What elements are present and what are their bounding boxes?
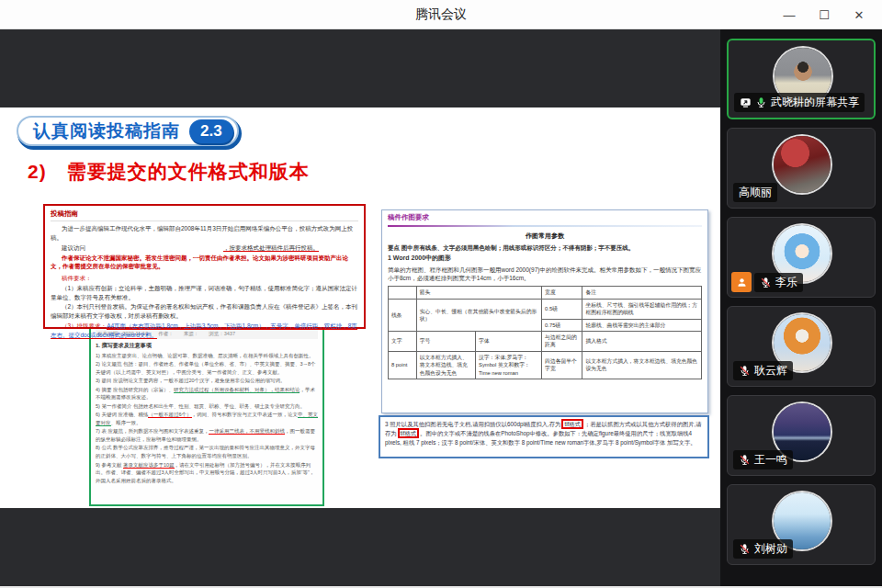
guide-text: 建议访问	[62, 244, 85, 251]
participant-label: 刘树勋	[733, 539, 793, 559]
participant-label: 耿云辉	[733, 361, 793, 380]
table-cell: 以文本框方式插入，将文本框边线、填充色颜色设为无色	[582, 351, 702, 379]
table-row: 文字 字号 字体 与边框之间的距离 插入格式	[389, 331, 702, 351]
figure-section-1: 1 Word 2000中的图形	[388, 254, 702, 263]
participant-tile[interactable]: 耿云辉	[727, 306, 876, 387]
notes-item: 5) 第一作者简介 包括姓名和出生年、性别、籍贯、职称、学位、职务、硕士及专业研…	[96, 402, 318, 411]
notes-item: 6) 关键词 应准确、精练（一般不超过6个），词间、符号和数字应与正文中表述一致…	[96, 411, 318, 426]
window-title: 腾讯会议	[415, 6, 467, 23]
participant-label: 李乐	[731, 272, 803, 292]
divider	[388, 225, 702, 227]
tif-format-highlight: tif格式	[398, 428, 420, 438]
figure-requirements-doc: 稿件作图要求 作图常用参数 要点 图中所有线条、文字必须用黑色绘制；用线形或标识…	[381, 209, 708, 413]
table-cell: 与边框之间的距离	[542, 331, 582, 351]
notes-text-segment: 5) 第一作者简介 包括姓名和出生年、性别、籍贯、职称、学位、职务、硕士及专业研…	[96, 403, 305, 409]
slide-section-badge: 2.3	[189, 119, 233, 143]
mic-on-icon	[755, 96, 767, 108]
figure-doc-title: 稿件作图要求	[388, 213, 702, 225]
notes-text-segment: 4) 摘要 应包括研究目的（宗旨）、	[96, 387, 174, 392]
guide-text: ，按要求格式处理稿件后再行投稿。	[223, 244, 319, 252]
mic-muted-icon	[739, 365, 751, 377]
notes-text-segment: 6) 关键词 应准确、精练	[96, 412, 148, 417]
mic-muted-icon	[739, 543, 751, 555]
table-cell: 宽度	[542, 287, 582, 299]
table-cell: 字体	[476, 331, 542, 351]
table-cell: 线条	[389, 299, 417, 331]
figure-params-table: 箭头 宽度 备注 线条 实心、中长、慢粗（在其他箭头中改变箭头后的形状） 0.5…	[388, 286, 702, 379]
notes-item: 2) 论文规范 包括：题目、作者姓名、作者单位（单位全称、省、市）、中英文摘要、…	[96, 360, 318, 376]
guide-paragraph: 建议访问，按要求格式处理稿件后再行投稿。	[51, 243, 358, 253]
close-button[interactable]: ✕	[842, 0, 876, 29]
table-cell: 四边各留半个字宽	[542, 351, 582, 379]
participant-tile[interactable]: 王一鸣	[727, 395, 876, 476]
notes-items: 1) 来稿应主题突出、论点明确、论据可靠、数据准确、层次清晰，在相关学科领域上具…	[96, 352, 318, 484]
avatar	[774, 136, 831, 193]
figure-params-subtitle: 作图常用参数	[388, 232, 702, 241]
notes-text-segment: 、顺序一致。	[111, 420, 141, 425]
notes-text-segment: 2) 论文规范 包括：题目、作者姓名、作者单位（单位全称、省、市）、中英文摘要、…	[96, 361, 316, 375]
guide-confidentiality-note: 作者保证论文不泄漏国家秘密。若发生泄密问题，一切责任由作者承担。论文如果为涉密科…	[51, 254, 358, 272]
notes-item: 1) 来稿应主题突出、论点明确、论据可靠、数据准确、层次清晰，在相关学科领域上具…	[96, 352, 318, 360]
participants-sidebar: 武晓耕的屏幕共享 高顺丽	[720, 29, 882, 588]
participant-tile[interactable]: 李乐	[727, 217, 876, 298]
notes-item: 9) 参考文献 著录文献应该多于10篇，请在文中引用处标明（加方括号编号），并在…	[96, 461, 318, 485]
table-cell: 文字	[389, 331, 417, 351]
notes-item: 8) 公式 数学公式应靠左排齐，推导过程严谨，第一次出现的量和符号应注出其物理意…	[96, 444, 318, 459]
table-cell: 0.75磅	[542, 319, 582, 331]
slide-section-pill: 认真阅读投稿指南 2.3	[17, 116, 239, 146]
notes-text-segment: 著录文献应该多于10篇	[123, 462, 175, 469]
table-cell	[389, 287, 417, 299]
participant-name: 刘树勋	[754, 541, 787, 557]
presentation-slide: 认真阅读投稿指南 2.3 2) 需要提交的文件格式和版本 投稿指南 为进一步提高…	[0, 107, 720, 508]
guide-requirements-label: 稿件要求：	[51, 274, 358, 283]
photo-note-text: 3 照片以及其他扫图若无电子文档,请用扫描仪以600dpi精度扫入,存为	[385, 421, 560, 427]
tif-format-highlight: tif格式	[561, 419, 583, 429]
participant-name: 王一鸣	[754, 452, 787, 468]
notes-item: 3) 题目 应说明论文主要内容，一般不超过20个汉字，避免使用非公知公用的缩写词…	[96, 377, 318, 385]
notes-text-segment: 3) 题目 应说明论文主要内容，一般不超过20个汉字，避免使用非公知公用的缩写词…	[96, 378, 286, 383]
notes-item: 7) 表 应规范，所列数据不应与图和文字表述重复，一律采用三线表，不用竖线和斜线…	[96, 427, 318, 443]
redacted-blank	[85, 244, 223, 250]
mic-muted-icon	[760, 277, 772, 288]
table-row: 箭头 宽度 备注	[389, 287, 702, 299]
notes-text-segment: 研究方法或过程（所用设备和材料、对象），结果和结论	[174, 387, 300, 393]
participant-name: 高顺丽	[739, 185, 772, 200]
window-titlebar: 腾讯会议 — ☐ ✕	[0, 0, 882, 29]
minimize-button[interactable]: —	[772, 0, 807, 29]
notes-text-segment: 8) 公式 数学公式应靠左排齐，推导过程严谨，第一次出现的量和符号应注出其物理意…	[96, 445, 315, 458]
participant-label: 武晓耕的屏幕共享	[734, 93, 865, 112]
participant-tile[interactable]: 高顺丽	[727, 128, 876, 209]
submission-guide-title: 投稿指南	[51, 209, 358, 221]
slide-section-title: 认真阅读投稿指南	[33, 119, 180, 143]
table-cell: 轮廓线、曲线等需突出的主体部分	[582, 319, 702, 331]
table-row: 8 point 以文本框方式插入、将文本框边线、填充色颜色设为无色 汉字：宋体;…	[389, 351, 702, 379]
participant-name: 武晓耕的屏幕共享	[771, 95, 859, 110]
guide-item: （2）本刊只刊登首发稿。为保证作者的署名权和知识产权，作者和课题负责人应在《稿件…	[51, 302, 358, 321]
participant-tile[interactable]: 刘树勋	[727, 484, 876, 565]
table-cell: 汉字：宋体;罗马字：Symbol 英文和数字：Time new roman	[476, 351, 542, 379]
guide-item: （3）排版要求：A4页面（左右页边距1.8cm，上边距3.5cm，下边距1.8c…	[51, 322, 358, 340]
participant-label: 高顺丽	[733, 183, 777, 202]
table-cell: 插入格式	[582, 331, 702, 351]
slide-heading: 2) 需要提交的文件格式和版本	[28, 159, 310, 185]
table-cell: 以文本框方式插入、将文本框边线、填充色颜色设为无色	[416, 351, 475, 379]
figure-paragraph: 简单的方框图、程序框图和几何图形一般用word 2000(97)中的绘图软件来完…	[388, 266, 702, 283]
table-cell: 坐标线、尺寸线、指引线等起辅助作用的线；方框图程序框图的细线	[582, 299, 702, 319]
notes-text-segment: 9) 参考文献	[96, 462, 123, 468]
table-cell: 实心、中长、慢粗（在其他箭头中改变箭头后的形状）	[416, 299, 541, 331]
maximize-button[interactable]: ☐	[807, 0, 842, 29]
notes-text-segment: 一律采用三线表，不用竖线和斜线	[209, 428, 285, 435]
screen-share-stage: 认真阅读投稿指南 2.3 2) 需要提交的文件格式和版本 投稿指南 为进一步提高…	[0, 29, 720, 588]
participant-name: 耿云辉	[754, 363, 787, 379]
writing-notes-doc: 发布日期：2020-11-10 作者： 来源： 浏览：3437 1. 撰写要求及…	[89, 325, 324, 506]
notes-text-segment: 1) 来稿应主题突出、论点明确、论据可靠、数据准确、层次清晰，在相关学科领域上具…	[96, 353, 313, 358]
submission-guide-doc: 投稿指南 为进一步提高编辑工作现代化水平，编辑部自2008年11月3日开始启用网…	[43, 204, 366, 329]
notes-heading: 1. 撰写要求及注意事项	[96, 342, 318, 350]
table-cell: 8 point	[389, 351, 417, 379]
table-row: 线条 实心、中长、慢粗（在其他箭头中改变箭头后的形状） 0.5磅 坐标线、尺寸线…	[389, 299, 702, 319]
table-cell: 字号	[416, 331, 475, 351]
mic-muted-icon	[739, 454, 751, 466]
table-cell: 备注	[582, 287, 702, 299]
participant-label: 王一鸣	[733, 450, 793, 469]
participant-tile[interactable]: 武晓耕的屏幕共享	[727, 39, 876, 119]
